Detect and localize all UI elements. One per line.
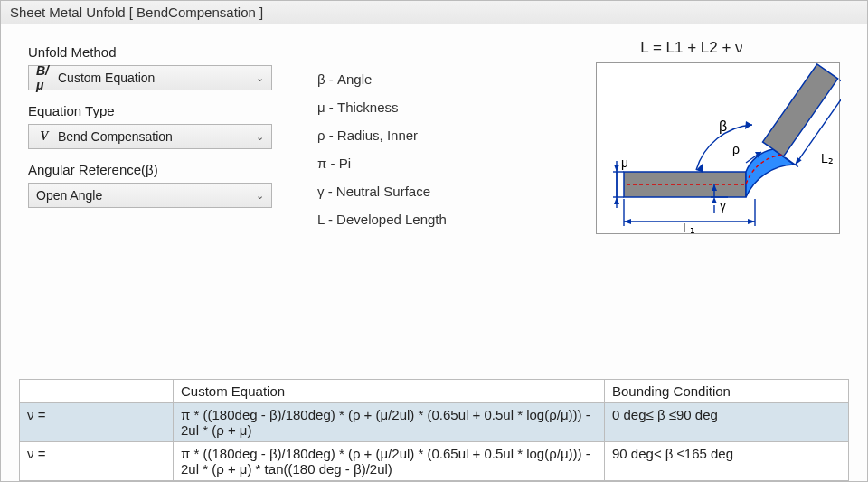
- diagram-column: L = L1 + L2 + ν β: [571, 39, 849, 240]
- table-header-row: Custom Equation Bounding Condition: [20, 380, 849, 403]
- row-var: ν =: [20, 403, 174, 442]
- angular-ref-label: Angular Reference(β): [28, 162, 299, 177]
- diagram-rho-label: ρ: [732, 142, 740, 156]
- legend-mu: μ - Thickness: [317, 99, 552, 115]
- angular-ref-dropdown[interactable]: Open Angle ⌄: [28, 183, 272, 208]
- bend-diagram: β ρ μ: [596, 62, 840, 234]
- svg-marker-10: [614, 165, 619, 172]
- diagram-beta-label: β: [719, 118, 727, 134]
- unfold-method-dropdown[interactable]: B/μ Custom Equation ⌄: [28, 65, 272, 90]
- equation-type-value: Bend Compensation: [58, 129, 173, 144]
- svg-marker-21: [748, 219, 755, 224]
- table-row[interactable]: ν = π * ((180deg - β)/180deg) * (ρ + (μ/…: [20, 442, 849, 481]
- row-var: ν =: [20, 442, 174, 481]
- custom-equation-icon: B/μ: [36, 63, 52, 92]
- chevron-down-icon: ⌄: [256, 190, 264, 202]
- unfold-method-value: Custom Equation: [58, 71, 155, 85]
- legend-pi: π - Pi: [317, 156, 552, 171]
- row-bounding: 0 deg≤ β ≤90 deg: [605, 403, 849, 442]
- controls-column: Unfold Method B/μ Custom Equation ⌄ Equa…: [28, 39, 299, 240]
- chevron-down-icon: ⌄: [256, 131, 264, 143]
- row-bounding: 90 deg< β ≤165 deg: [605, 442, 849, 481]
- chevron-down-icon: ⌄: [256, 72, 264, 84]
- table-row[interactable]: ν = π * ((180deg - β)/180deg) * (ρ + (μ/…: [20, 403, 849, 442]
- developed-length-formula: L = L1 + L2 + ν: [571, 39, 849, 57]
- bend-compensation-icon: V: [36, 129, 52, 144]
- window-title: Sheet Metal Unfold [ BendCompensation ]: [1, 1, 867, 24]
- svg-marker-11: [614, 197, 619, 204]
- unfold-method-label: Unfold Method: [28, 44, 299, 60]
- header-bounding: Bounding Condition: [605, 380, 849, 403]
- diagram-l2-label: L₂: [821, 151, 834, 165]
- legend-beta: β - Angle: [317, 71, 552, 87]
- row-equation: π * ((180deg - β)/180deg) * (ρ + (μ/2ul)…: [174, 403, 605, 442]
- svg-rect-1: [763, 64, 838, 156]
- diagram-gamma-label: γ: [720, 198, 726, 213]
- svg-marker-2: [745, 121, 752, 129]
- legend-gamma: γ - Neutral Surface: [317, 184, 552, 199]
- equation-type-dropdown[interactable]: V Bend Compensation ⌄: [28, 124, 272, 149]
- row-equation: π * ((180deg - β)/180deg) * (ρ + (μ/2ul)…: [174, 442, 605, 481]
- diagram-mu-label: μ: [621, 156, 628, 170]
- legend-L: L - Developed Length: [317, 212, 552, 227]
- legend-column: β - Angle μ - Thickness ρ - Radius, Inne…: [317, 39, 552, 240]
- diagram-l1-label: L₁: [683, 221, 695, 235]
- equation-table: Custom Equation Bounding Condition ν = π…: [19, 379, 849, 481]
- header-var: [20, 380, 174, 403]
- bend-diagram-svg: β ρ μ: [597, 63, 841, 235]
- svg-marker-20: [624, 219, 631, 224]
- svg-line-24: [839, 80, 841, 89]
- svg-marker-16: [712, 197, 717, 203]
- equation-type-label: Equation Type: [28, 103, 299, 118]
- legend-rho: ρ - Radius, Inner: [317, 128, 552, 143]
- top-section: Unfold Method B/μ Custom Equation ⌄ Equa…: [1, 24, 867, 240]
- window: Sheet Metal Unfold [ BendCompensation ] …: [0, 0, 868, 482]
- angular-ref-value: Open Angle: [36, 188, 102, 203]
- header-equation: Custom Equation: [174, 380, 605, 403]
